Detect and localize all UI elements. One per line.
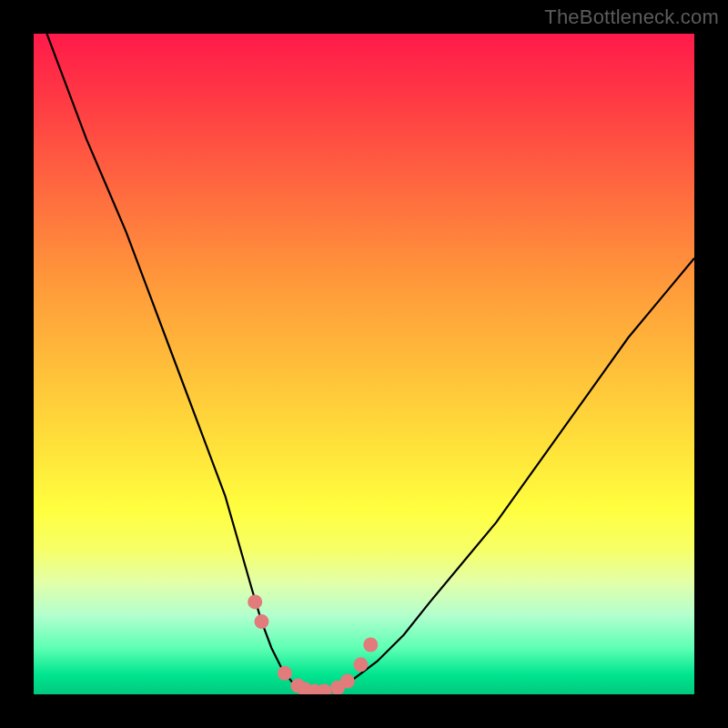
chart-frame: TheBottleneck.com [0, 0, 728, 728]
plot-area [34, 34, 694, 694]
marker-dot [278, 666, 292, 681]
marker-dot [317, 683, 331, 694]
highlight-dots [248, 594, 378, 694]
marker-dot [353, 657, 368, 672]
curve-svg [34, 34, 694, 694]
bottleneck-curve [47, 34, 695, 694]
marker-dot [340, 674, 355, 689]
watermark-text: TheBottleneck.com [544, 5, 719, 29]
marker-dot [255, 614, 269, 629]
marker-dot [363, 638, 378, 652]
marker-dot [248, 594, 262, 609]
